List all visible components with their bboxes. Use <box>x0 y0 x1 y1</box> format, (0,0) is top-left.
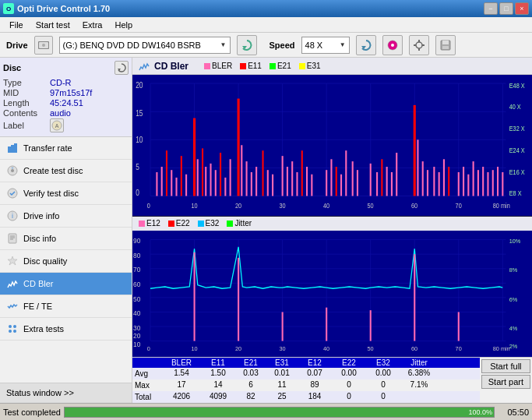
sidebar-item-create-test-disc[interactable]: + Create test disc <box>0 160 132 182</box>
speed-dropdown-arrow: ▼ <box>340 41 346 48</box>
menu-extra[interactable]: Extra <box>76 19 109 31</box>
legend-e12: E12 <box>139 219 160 228</box>
svg-text:40: 40 <box>323 201 329 210</box>
svg-text:+: + <box>11 165 14 170</box>
svg-text:E32 X: E32 X <box>509 124 525 132</box>
svg-text:10: 10 <box>191 201 197 210</box>
row-avg-label: Avg <box>132 369 162 379</box>
col-header-e32: E32 <box>366 358 400 367</box>
svg-text:E24 X: E24 X <box>509 146 525 154</box>
svg-text:80 min: 80 min <box>493 201 510 210</box>
svg-point-7 <box>416 42 422 48</box>
label-icon[interactable]: A <box>50 118 64 132</box>
row-avg-e31: 0.01 <box>266 369 298 379</box>
drive-value: (G:) BENQ DVD DD DW1640 BSRB <box>63 41 201 50</box>
svg-rect-13 <box>442 41 449 44</box>
svg-text:0: 0 <box>147 345 150 352</box>
svg-rect-8 <box>418 40 420 42</box>
legend-jitter: Jitter <box>227 219 252 228</box>
drive-icon <box>34 36 53 55</box>
svg-text:8%: 8% <box>509 266 518 274</box>
sidebar-item-drive-info[interactable]: i Drive info <box>0 205 132 228</box>
stats-buttons: Start full Start part <box>480 358 532 403</box>
title-bar: O Opti Drive Control 1.70 − □ × <box>0 0 532 17</box>
start-part-button[interactable]: Start part <box>481 375 530 389</box>
content-area: CD Bler BLER E11 E21 E31 <box>132 58 532 403</box>
create-test-disc-label: Create test disc <box>23 166 83 175</box>
svg-text:70: 70 <box>456 345 462 352</box>
mid-label: MID <box>3 88 50 97</box>
row-max-jitter: 7.1% <box>400 380 438 390</box>
main-layout: Disc Type CD-R MID 97m15s17f Length 45:2… <box>0 58 532 403</box>
speed-select[interactable]: 48 X ▼ <box>301 37 350 54</box>
minimize-button[interactable]: − <box>484 2 498 15</box>
cd-bler-chart-icon <box>139 61 150 72</box>
sidebar-item-extra-tests[interactable]: Extra tests <box>0 318 132 341</box>
contents-label: Contents <box>3 108 50 118</box>
menu-start-test[interactable]: Start test <box>30 19 76 31</box>
svg-text:E8 X: E8 X <box>509 189 522 197</box>
svg-text:15: 15 <box>136 108 143 118</box>
sidebar-item-disc-info[interactable]: Disc info <box>0 228 132 250</box>
stats-table: BLER E11 E21 E31 E12 E22 E32 Jitter Avg … <box>132 358 480 403</box>
progress-pct: 100.0% <box>468 408 492 416</box>
disc-refresh-button[interactable] <box>115 61 129 75</box>
svg-rect-133 <box>132 231 532 358</box>
settings-button[interactable] <box>409 35 429 55</box>
svg-text:80: 80 <box>133 251 140 259</box>
svg-text:50: 50 <box>368 201 374 210</box>
table-row-max: Max 17 14 6 11 89 0 0 7.1% <box>132 379 480 391</box>
start-full-button[interactable]: Start full <box>481 359 530 373</box>
sidebar-item-disc-quality[interactable]: Disc quality <box>0 250 132 273</box>
disc-button[interactable] <box>382 35 403 55</box>
sidebar-item-verify-test-disc[interactable]: Verify test disc <box>0 182 132 205</box>
svg-text:6%: 6% <box>509 295 518 302</box>
disc-panel: Disc Type CD-R MID 97m15s17f Length 45:2… <box>0 58 132 137</box>
close-button[interactable]: × <box>515 2 529 15</box>
refresh-drive-button[interactable] <box>237 35 257 55</box>
svg-text:i: i <box>12 212 13 220</box>
length-label: Length <box>3 98 50 108</box>
drive-bar: Drive (G:) BENQ DVD DD DW1640 BSRB ▼ Spe… <box>0 33 532 58</box>
row-max-e11: 14 <box>201 380 235 390</box>
sidebar-item-cd-bler[interactable]: CD Bler <box>0 273 132 295</box>
table-row-total: Total 4206 4099 82 25 184 0 0 <box>132 391 480 403</box>
legend-e31: E31 <box>299 62 321 70</box>
speed-refresh-button[interactable] <box>356 35 376 55</box>
row-total-jitter <box>400 392 438 402</box>
disc-quality-icon <box>6 255 19 267</box>
svg-rect-20 <box>14 143 17 153</box>
svg-text:20: 20 <box>136 79 143 89</box>
menu-file[interactable]: File <box>3 19 30 31</box>
col-header-e31: E31 <box>266 358 298 367</box>
maximize-button[interactable]: □ <box>499 2 513 15</box>
sidebar-item-fe-te[interactable]: FE / TE <box>0 295 132 318</box>
row-total-e22: 0 <box>332 392 366 402</box>
svg-text:4%: 4% <box>509 324 518 331</box>
svg-text:50: 50 <box>133 295 140 303</box>
transfer-rate-icon <box>6 142 19 154</box>
svg-text:70: 70 <box>456 201 462 210</box>
svg-rect-10 <box>414 44 416 46</box>
svg-text:10: 10 <box>191 345 197 352</box>
drive-label: Drive <box>6 41 28 50</box>
chart-title: CD Bler <box>154 61 188 72</box>
svg-text:30: 30 <box>133 323 140 332</box>
status-window-button[interactable]: Status window >> <box>0 383 132 403</box>
sidebar-item-transfer-rate[interactable]: Transfer rate <box>0 137 132 160</box>
drive-info-label: Drive info <box>23 211 59 221</box>
menu-help[interactable]: Help <box>108 19 139 31</box>
col-header-e11: E11 <box>201 358 235 367</box>
verify-test-disc-label: Verify test disc <box>23 189 79 198</box>
extra-tests-icon <box>6 323 19 335</box>
svg-point-6 <box>391 44 394 47</box>
drive-select[interactable]: (G:) BENQ DVD DD DW1640 BSRB ▼ <box>59 37 231 54</box>
col-header-e12: E12 <box>298 358 332 367</box>
transfer-rate-label: Transfer rate <box>23 143 72 153</box>
stats-row: BLER E11 E21 E31 E12 E22 E32 Jitter Avg … <box>132 357 532 403</box>
svg-text:20: 20 <box>133 331 140 340</box>
save-button[interactable] <box>435 35 456 55</box>
drive-info-icon: i <box>6 210 19 222</box>
svg-point-33 <box>13 325 16 328</box>
legend-e32: E32 <box>198 219 220 228</box>
